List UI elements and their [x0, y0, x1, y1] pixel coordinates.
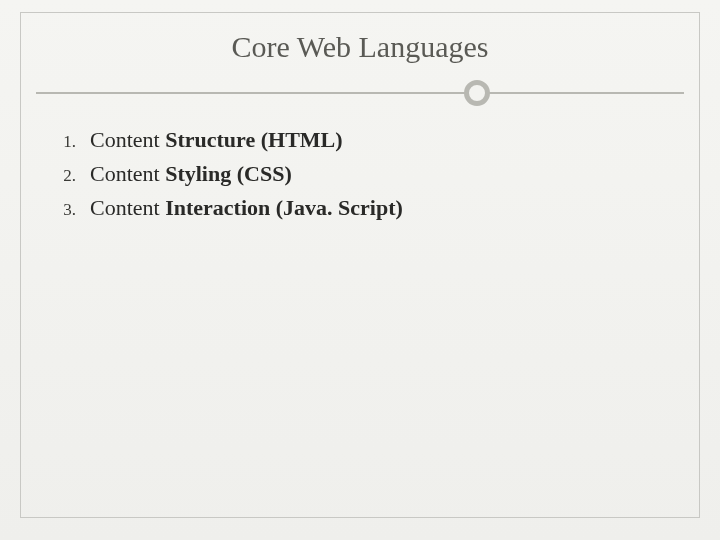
ordered-list: Content Structure (HTML) Content Styling…: [46, 124, 674, 224]
list-item: Content Styling (CSS): [46, 158, 674, 190]
list-item-text: Content Interaction (Java. Script): [90, 192, 403, 224]
title-divider: [36, 80, 684, 106]
slide-title: Core Web Languages: [28, 30, 692, 64]
content-area: Content Structure (HTML) Content Styling…: [28, 124, 692, 224]
list-item: Content Structure (HTML): [46, 124, 674, 156]
divider-line: [36, 92, 684, 94]
slide: Core Web Languages Content Structure (HT…: [0, 0, 720, 540]
list-item-text: Content Structure (HTML): [90, 124, 343, 156]
divider-circle-icon: [464, 80, 490, 106]
list-item: Content Interaction (Java. Script): [46, 192, 674, 224]
list-item-text: Content Styling (CSS): [90, 158, 292, 190]
